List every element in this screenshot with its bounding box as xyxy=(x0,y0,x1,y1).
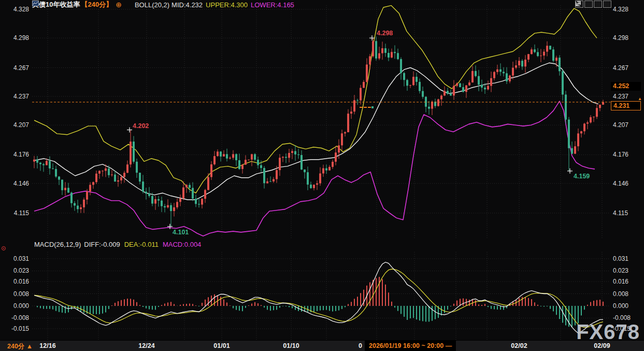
x-axis-tick: 12/16 xyxy=(39,342,55,349)
price-pointer-icon: ▲ xyxy=(638,96,642,101)
chart-header: 美债10年收益率 【240分】 ⊕ BOLL(20,2) MID:4.232 U… xyxy=(32,1,294,9)
watermark: FX678 xyxy=(576,320,640,344)
x-axis-tick: 01/01 xyxy=(213,342,230,349)
fit-right-icon[interactable] xyxy=(594,1,602,8)
instrument-title: 美债10年收益率 xyxy=(32,0,80,9)
boll-mid-value: MID:4.232 xyxy=(171,1,203,9)
annotation-low-4101: 4.101 xyxy=(173,229,189,236)
candlestick-layer xyxy=(33,36,604,226)
macd-diff-line xyxy=(34,262,603,333)
chart-canvas[interactable] xyxy=(0,0,644,351)
period-selector[interactable]: 240分 ▲ xyxy=(7,342,33,351)
x-axis-tick: 02/02 xyxy=(511,342,527,349)
chart-toolbar xyxy=(575,1,611,8)
previous-price-badge: 4.252 xyxy=(611,82,641,91)
boll-label: BOLL(20,2) xyxy=(135,1,169,9)
boll-upper-value: UPPER:4.300 xyxy=(206,1,248,9)
trading-chart-window: 4.3284.3284.2984.2984.2674.2674.2374.237… xyxy=(0,0,644,351)
x-axis-tick: 12/24 xyxy=(138,342,154,349)
macd-header: MACD(26,12,9) DIFF:-0.009 DEA:-0.011 MAC… xyxy=(34,241,201,248)
covered-tick-label: 0 xyxy=(359,342,362,349)
hovered-candle-time-tooltip: 2026/01/19 16:00 ~ 20:00 — xyxy=(365,341,456,351)
period-arrow-icon: ▲ xyxy=(26,343,33,350)
boll-lower-value: LOWER:4.165 xyxy=(251,1,294,9)
period-tag[interactable]: 【240分】 xyxy=(81,0,112,9)
fit-left-icon[interactable] xyxy=(584,1,593,8)
current-price-badge: 4.231 xyxy=(611,101,641,110)
macd-dea-value: DEA:-0.011 xyxy=(124,241,159,248)
range-marker-dash xyxy=(360,107,371,109)
bollinger-bands-layer xyxy=(34,6,598,236)
annotation-high-4298: 4.298 xyxy=(377,30,393,37)
time-axis-bar: 240分 ▲ 12/1612/2401/0101/1002/0202/09 0 … xyxy=(0,340,644,351)
x-axis-tick: 01/10 xyxy=(283,342,299,349)
annotation-low-4159: 4.159 xyxy=(574,173,590,180)
macd-params-label: MACD(26,12,9) xyxy=(34,241,81,248)
record-dot-icon[interactable] xyxy=(2,246,6,250)
annotation-high-4202: 4.202 xyxy=(133,122,149,130)
add-indicator-icon[interactable]: ⊕ xyxy=(116,2,122,8)
macd-diff-value: DIFF:-0.009 xyxy=(84,241,120,248)
macd-macd-value: MACD:0.004 xyxy=(163,241,201,248)
expand-right-icon[interactable] xyxy=(603,1,611,8)
range-marker-dot xyxy=(371,106,374,108)
indicator-chart-icon[interactable] xyxy=(125,2,132,8)
grid-layer xyxy=(32,5,610,340)
macd-layer xyxy=(34,262,603,333)
